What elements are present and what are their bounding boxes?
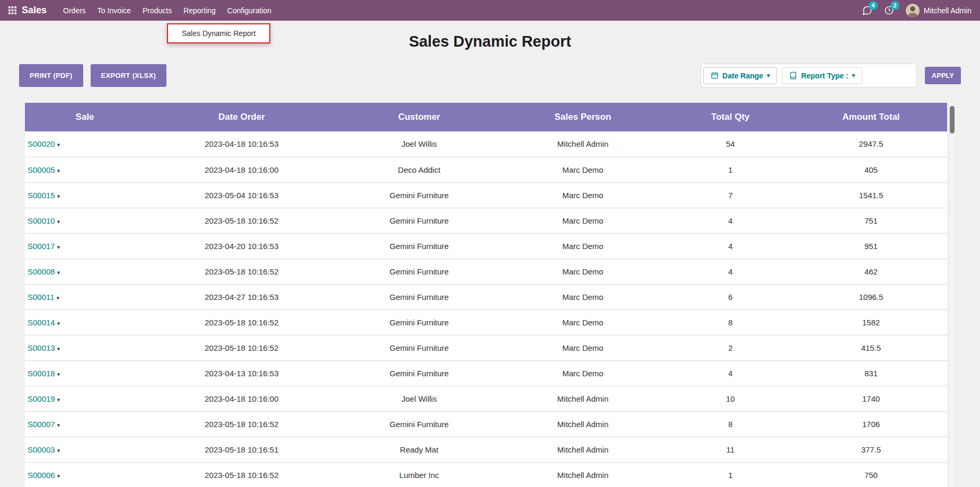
cell-customer: Gemini Furniture bbox=[339, 360, 500, 386]
cell-date-order: 2023-05-18 10:16:52 bbox=[145, 411, 338, 437]
toolbar-right: Date Range ▾ Report Type : ▾ APPLY bbox=[701, 64, 961, 87]
sale-order-link[interactable]: S00018 bbox=[28, 369, 55, 378]
user-menu[interactable]: Mitchell Admin bbox=[906, 4, 972, 17]
nav-item-orders[interactable]: Orders bbox=[57, 1, 92, 21]
cell-date-order: 2023-04-18 10:16:00 bbox=[145, 386, 338, 411]
cell-sale: S00005▾ bbox=[25, 157, 145, 182]
cell-amount-total: 751 bbox=[795, 208, 947, 233]
caret-down-icon[interactable]: ▾ bbox=[57, 447, 60, 454]
table-scrollbar[interactable] bbox=[949, 104, 955, 487]
sale-order-link[interactable]: S00017 bbox=[28, 242, 55, 251]
caret-down-icon[interactable]: ▾ bbox=[57, 346, 60, 352]
nav-item-products[interactable]: Products bbox=[137, 1, 178, 21]
print-pdf-button[interactable]: PRINT (PDF) bbox=[19, 64, 83, 87]
cell-sales-person: Marc Demo bbox=[500, 309, 666, 335]
caret-down-icon[interactable]: ▾ bbox=[57, 141, 60, 148]
cell-customer: Gemini Furniture bbox=[339, 259, 500, 284]
cell-sales-person: Marc Demo bbox=[500, 259, 666, 284]
date-range-label: Date Range bbox=[722, 72, 763, 80]
table-row: S00015▾2023-05-04 10:16:53Gemini Furnitu… bbox=[25, 182, 947, 208]
app-brand-sales[interactable]: Sales bbox=[22, 5, 47, 16]
cell-sale: S00010▾ bbox=[25, 208, 145, 233]
sale-order-link[interactable]: S00007 bbox=[28, 420, 55, 429]
filter-panel: Date Range ▾ Report Type : ▾ bbox=[701, 64, 917, 87]
apps-grid-icon[interactable] bbox=[8, 6, 16, 14]
cell-sale: S00018▾ bbox=[25, 360, 145, 386]
nav-item-to-invoice[interactable]: To Invoice bbox=[92, 1, 137, 21]
caret-down-icon[interactable]: ▾ bbox=[57, 371, 60, 377]
date-range-dropdown[interactable]: Date Range ▾ bbox=[703, 67, 778, 84]
caret-down-icon[interactable]: ▾ bbox=[57, 167, 60, 174]
apply-button[interactable]: APPLY bbox=[925, 67, 961, 84]
cell-sales-person: Mitchell Admin bbox=[500, 386, 666, 411]
top-navbar: Sales Orders To Invoice Products Reporti… bbox=[0, 0, 980, 21]
cell-date-order: 2023-04-27 10:16:53 bbox=[145, 284, 338, 309]
sale-order-link[interactable]: S00005 bbox=[28, 165, 55, 174]
book-icon bbox=[789, 72, 797, 79]
cell-sale: S00007▾ bbox=[25, 411, 145, 437]
sale-order-link[interactable]: S00003 bbox=[28, 445, 55, 454]
cell-total-qty: 4 bbox=[666, 233, 795, 259]
cell-total-qty: 4 bbox=[666, 208, 795, 233]
sale-order-link[interactable]: S00014 bbox=[28, 318, 55, 327]
sale-order-link[interactable]: S00019 bbox=[28, 394, 55, 403]
activities-button[interactable]: 2 bbox=[884, 5, 894, 15]
caret-down-icon[interactable]: ▾ bbox=[57, 218, 60, 225]
nav-item-configuration[interactable]: Configuration bbox=[222, 1, 277, 21]
cell-date-order: 2023-05-18 10:16:51 bbox=[145, 437, 338, 462]
column-header-total-qty: Total Qty bbox=[666, 103, 795, 131]
messages-button[interactable]: 4 bbox=[862, 5, 872, 16]
navbar-left: Sales Orders To Invoice Products Reporti… bbox=[8, 1, 277, 21]
menu-item-sales-dynamic-report[interactable]: Sales Dynamic Report bbox=[168, 24, 269, 42]
toolbar-left: PRINT (PDF) EXPORT (XLSX) bbox=[19, 64, 174, 87]
sale-order-link[interactable]: S00015 bbox=[28, 191, 55, 200]
cell-customer: Deco Addict bbox=[339, 157, 500, 182]
caret-down-icon[interactable]: ▾ bbox=[57, 320, 60, 326]
cell-customer: Gemini Furniture bbox=[339, 284, 500, 309]
cell-amount-total: 415.5 bbox=[795, 335, 947, 360]
sale-order-link[interactable]: S00006 bbox=[28, 471, 55, 480]
table-row: S00011▾2023-04-27 10:16:53Gemini Furnitu… bbox=[25, 284, 947, 309]
sale-order-link[interactable]: S00010 bbox=[28, 216, 55, 225]
cell-sales-person: Marc Demo bbox=[500, 208, 666, 233]
table-row: S00019▾2023-04-18 10:16:00Joel WillisMit… bbox=[25, 386, 947, 411]
caret-down-icon[interactable]: ▾ bbox=[57, 422, 60, 428]
caret-down-icon[interactable]: ▾ bbox=[57, 295, 60, 301]
caret-down-icon[interactable]: ▾ bbox=[57, 244, 60, 250]
table-row: S00003▾2023-05-18 10:16:51Ready MatMitch… bbox=[25, 437, 947, 462]
cell-sales-person: Marc Demo bbox=[500, 182, 666, 208]
sale-order-link[interactable]: S00008 bbox=[28, 267, 55, 276]
cell-sales-person: Mitchell Admin bbox=[500, 411, 666, 437]
cell-sale: S00006▾ bbox=[25, 462, 145, 487]
cell-sale: S00015▾ bbox=[25, 182, 145, 208]
export-xlsx-button[interactable]: EXPORT (XLSX) bbox=[91, 64, 167, 87]
cell-amount-total: 831 bbox=[795, 360, 947, 386]
caret-down-icon[interactable]: ▾ bbox=[57, 269, 60, 276]
cell-sale: S00014▾ bbox=[25, 309, 145, 335]
caret-down-icon: ▾ bbox=[767, 72, 770, 79]
report-toolbar: PRINT (PDF) EXPORT (XLSX) Date Range ▾ R… bbox=[0, 64, 980, 87]
calendar-icon bbox=[711, 72, 719, 79]
sale-order-link[interactable]: S00011 bbox=[28, 293, 55, 302]
cell-amount-total: 1706 bbox=[795, 411, 947, 437]
cell-total-qty: 4 bbox=[666, 360, 795, 386]
sale-order-link[interactable]: S00020 bbox=[28, 139, 55, 148]
caret-down-icon[interactable]: ▾ bbox=[57, 396, 60, 403]
scrollbar-thumb[interactable] bbox=[950, 106, 955, 134]
nav-item-reporting[interactable]: Reporting bbox=[178, 1, 222, 21]
report-type-dropdown[interactable]: Report Type : ▾ bbox=[782, 67, 862, 84]
cell-customer: Gemini Furniture bbox=[339, 233, 500, 259]
cell-total-qty: 11 bbox=[666, 437, 795, 462]
caret-down-icon[interactable]: ▾ bbox=[57, 193, 60, 199]
page-title: Sales Dynamic Report bbox=[0, 33, 980, 50]
caret-down-icon[interactable]: ▾ bbox=[57, 473, 60, 479]
reporting-dropdown-menu: Sales Dynamic Report bbox=[167, 23, 270, 43]
cell-sales-person: Mitchell Admin bbox=[500, 131, 666, 157]
cell-customer: Joel Willis bbox=[339, 386, 500, 411]
cell-customer: Gemini Furniture bbox=[339, 208, 500, 233]
cell-date-order: 2023-05-18 10:16:52 bbox=[145, 462, 338, 487]
sale-order-link[interactable]: S00013 bbox=[28, 343, 55, 352]
cell-sale: S00013▾ bbox=[25, 335, 145, 360]
report-table-container: Sale Date Order Customer Sales Person To… bbox=[25, 103, 947, 487]
cell-amount-total: 462 bbox=[795, 259, 947, 284]
